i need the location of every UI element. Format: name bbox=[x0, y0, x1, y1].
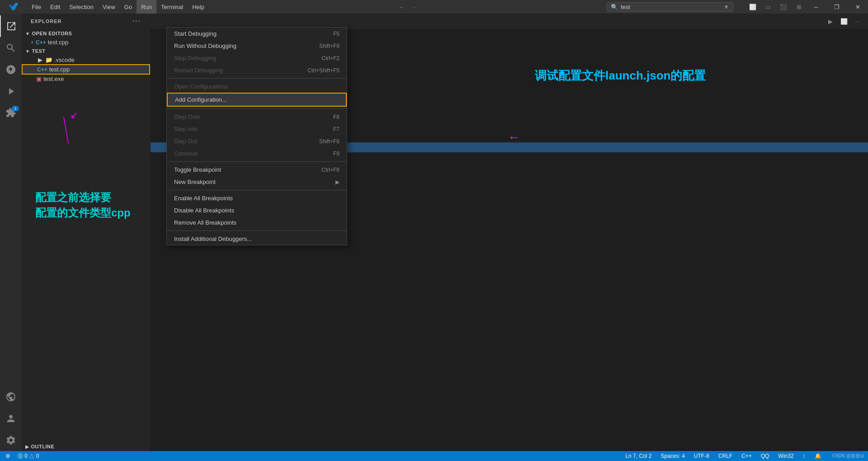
status-errors[interactable]: ⓪ 0 △ 0 bbox=[16, 452, 41, 460]
menu-enable-breakpoints[interactable]: Enable All Breakpoints bbox=[167, 192, 347, 204]
titlebar: File Edit Selection View Go Run Terminal… bbox=[0, 0, 868, 14]
menu-remove-breakpoints[interactable]: Remove All Breakpoints bbox=[167, 216, 347, 229]
status-encoding[interactable]: UTF-8 bbox=[692, 453, 711, 459]
vscode-folder[interactable]: ▶ 📁 .vscode bbox=[22, 56, 150, 64]
menu-run[interactable]: Run bbox=[137, 0, 156, 14]
menu-restart-debugging: Restart Debugging Ctrl+Shift+F5 bbox=[167, 64, 347, 76]
menu-open-configurations: Open Configurations bbox=[167, 80, 347, 93]
activity-source-control-icon[interactable] bbox=[0, 59, 22, 80]
layout-split-icon[interactable]: ⬛ bbox=[777, 0, 790, 14]
separator-2 bbox=[167, 108, 347, 109]
cpp-icon: C++ bbox=[36, 39, 46, 46]
open-editor-file[interactable]: × C++ test.cpp bbox=[22, 38, 150, 47]
activity-extensions-icon[interactable]: 1 bbox=[0, 102, 22, 124]
menu-selection[interactable]: Selection bbox=[65, 0, 98, 14]
minimize-button[interactable]: ─ bbox=[806, 0, 826, 14]
search-input[interactable] bbox=[621, 4, 711, 10]
more-actions-icon[interactable]: ··· bbox=[851, 14, 864, 28]
run-dropdown-menu: Start Debugging F5 Run Without Debugging… bbox=[166, 27, 347, 245]
open-editors-section[interactable]: ▼ OPEN EDITORS bbox=[22, 29, 150, 38]
menu-disable-breakpoints[interactable]: Disable All Breakpoints bbox=[167, 204, 347, 216]
status-spaces[interactable]: Spaces: 4 bbox=[659, 453, 686, 459]
test-exe-file[interactable]: ▣ test.exe bbox=[22, 75, 150, 83]
outline-section-container: ▶ OUTLINE bbox=[22, 442, 150, 451]
activity-settings-icon[interactable] bbox=[0, 429, 22, 451]
outline-chevron: ▶ bbox=[25, 444, 29, 449]
menu-run-without-debugging[interactable]: Run Without Debugging Shift+F9 bbox=[167, 40, 347, 52]
nav-forward[interactable]: → bbox=[410, 4, 419, 10]
arrow-to-menu: ← bbox=[508, 130, 520, 145]
titlebar-menu: File Edit Selection View Go Run Terminal… bbox=[27, 0, 209, 14]
outline-section[interactable]: ▶ OUTLINE bbox=[22, 442, 150, 451]
separator-4 bbox=[167, 190, 347, 190]
menu-install-debuggers[interactable]: Install Additional Debuggers... bbox=[167, 233, 347, 245]
cpp-file-icon: C++ bbox=[37, 66, 47, 73]
app-logo bbox=[0, 2, 27, 12]
status-left: ⚙ ⓪ 0 △ 0 bbox=[4, 452, 41, 460]
separator-3 bbox=[167, 161, 347, 162]
menu-step-over: Step Over F8 bbox=[167, 111, 347, 123]
status-remote-icon[interactable]: ⚙ bbox=[4, 453, 12, 459]
menu-add-configuration[interactable]: Add Configuration... bbox=[167, 93, 347, 107]
layout-grid-icon[interactable]: ⊞ bbox=[792, 0, 806, 14]
status-language[interactable]: C++ bbox=[740, 453, 754, 459]
layout-panel-icon[interactable]: ▭ bbox=[761, 0, 775, 14]
layout-sidebar-icon[interactable]: ⬜ bbox=[746, 0, 760, 14]
separator-1 bbox=[167, 78, 347, 79]
menu-step-into: Step Into F7 bbox=[167, 123, 347, 135]
separator-5 bbox=[167, 230, 347, 231]
menu-terminal[interactable]: Terminal bbox=[156, 0, 188, 14]
menu-view[interactable]: View bbox=[98, 0, 120, 14]
menu-go[interactable]: Go bbox=[120, 0, 137, 14]
activity-bar: 1 bbox=[0, 14, 22, 451]
top-annotation-text: 调试配置文件launch.json的配置 bbox=[535, 68, 706, 84]
menu-stop-debugging: Stop Debugging Ctrl+F2 bbox=[167, 52, 347, 64]
status-platform[interactable]: Win32 bbox=[777, 453, 796, 459]
status-eol[interactable]: CRLF bbox=[717, 453, 734, 459]
test-folder-chevron: ▼ bbox=[25, 49, 30, 54]
menu-file[interactable]: File bbox=[27, 0, 46, 14]
sidebar-options-button[interactable]: ··· bbox=[132, 17, 141, 25]
close-button[interactable]: ✕ bbox=[847, 0, 868, 14]
run-debug-toolbar-icon[interactable]: ▶ bbox=[824, 14, 837, 28]
main-layout: 1 EXPLORER ··· ▼ OPEN EDITORS × C++ test… bbox=[0, 14, 868, 451]
sidebar-annotation: 配置之前选择要 配置的文件类型cpp bbox=[35, 190, 131, 220]
status-right: Ln 7, Col 2 Spaces: 4 UTF-8 CRLF C++ QQ … bbox=[623, 453, 864, 459]
menu-new-breakpoint[interactable]: New Breakpoint ▶ bbox=[167, 176, 347, 188]
status-bar: ⚙ ⓪ 0 △ 0 Ln 7, Col 2 Spaces: 4 UTF-8 CR… bbox=[0, 451, 868, 461]
menu-step-out: Step Out Shift+F8 bbox=[167, 135, 347, 147]
extensions-badge: 1 bbox=[12, 106, 19, 111]
close-file-icon[interactable]: × bbox=[31, 39, 34, 46]
status-notification-icon[interactable]: 🔔 bbox=[813, 453, 823, 459]
status-upload-icon[interactable]: ↕ bbox=[801, 453, 807, 459]
test-folder-section[interactable]: ▼ TEST bbox=[22, 47, 150, 56]
menu-start-debugging[interactable]: Start Debugging F5 bbox=[167, 28, 347, 40]
activity-accounts-icon[interactable] bbox=[0, 408, 22, 429]
maximize-button[interactable]: ❐ bbox=[826, 0, 847, 14]
watermark: ©SDN @提提xz bbox=[832, 453, 864, 459]
test-cpp-file[interactable]: C++ test.cpp bbox=[22, 64, 150, 75]
exe-file-icon: ▣ bbox=[36, 75, 42, 82]
menu-edit[interactable]: Edit bbox=[46, 0, 65, 14]
menu-help[interactable]: Help bbox=[188, 0, 209, 14]
sidebar: EXPLORER ··· ▼ OPEN EDITORS × C++ test.c… bbox=[22, 14, 151, 451]
titlebar-search-box[interactable]: 🔍 ▼ bbox=[607, 2, 733, 12]
activity-search-icon[interactable] bbox=[0, 37, 22, 59]
status-line-col[interactable]: Ln 7, Col 2 bbox=[623, 453, 653, 459]
open-editors-chevron: ▼ bbox=[25, 31, 30, 36]
activity-run-debug-icon[interactable] bbox=[0, 80, 22, 102]
activity-explorer-icon[interactable] bbox=[0, 15, 22, 37]
menu-continue: Continue F9 bbox=[167, 147, 347, 160]
nav-back[interactable]: ← bbox=[396, 4, 406, 10]
menu-toggle-breakpoint[interactable]: Toggle Breakpoint Ctrl+F8 bbox=[167, 164, 347, 176]
status-qq[interactable]: QQ bbox=[759, 453, 771, 459]
split-editor-icon[interactable]: ⬜ bbox=[837, 14, 851, 28]
activity-remote-icon[interactable] bbox=[0, 386, 22, 408]
sidebar-title: EXPLORER ··· bbox=[22, 14, 150, 29]
